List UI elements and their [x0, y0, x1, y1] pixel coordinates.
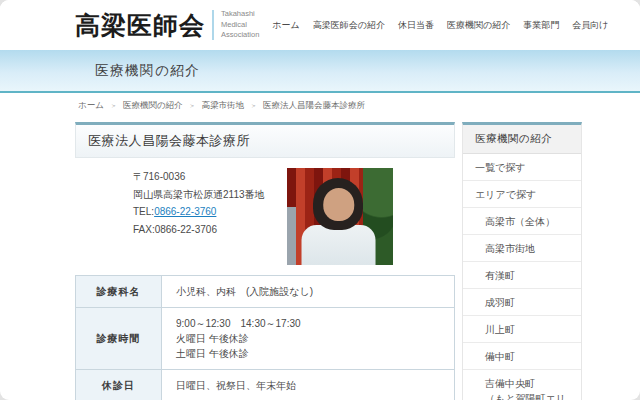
table-line: 9:00～12:30 14:30～17:30 — [176, 316, 440, 331]
row-value-departments: 小児科、内科 (入院施設なし) — [162, 276, 455, 308]
breadcrumb-separator: ＞ — [189, 101, 196, 111]
clinic-address: 〒716-0036 岡山県高梁市松原通2113番地 TEL:0866-22-37… — [133, 168, 287, 265]
row-value-closed-days: 日曜日、祝祭日、年末年始 — [162, 370, 455, 400]
sidebar-item-ukan[interactable]: 有漢町 — [463, 262, 581, 289]
table-line: 小児科、内科 (入院施設なし) — [176, 284, 440, 299]
breadcrumb-separator: ＞ — [110, 101, 117, 111]
street-address: 岡山県高梁市松原通2113番地 — [133, 186, 287, 204]
breadcrumb-separator: ＞ — [250, 101, 257, 111]
table-row: 診療科名 小児科、内科 (入院施設なし) — [76, 276, 455, 308]
logo-subtitle-line: Association — [221, 30, 259, 41]
tel-label: TEL: — [133, 206, 154, 217]
sidebar-item-kawakami[interactable]: 川上町 — [463, 316, 581, 343]
row-header-closed-days: 休診日 — [76, 370, 162, 400]
sidebar-item-kibichuo[interactable]: 吉備中央町 （もと賀陽町エリア） — [463, 370, 581, 400]
clinic-info: 〒716-0036 岡山県高梁市松原通2113番地 TEL:0866-22-37… — [75, 158, 455, 275]
table-line: 土曜日 午後休診 — [176, 346, 440, 361]
clinic-photo — [287, 168, 393, 265]
nav-item-holiday-duty[interactable]: 休日当番 — [398, 19, 434, 32]
table-line: 火曜日 午後休診 — [176, 331, 440, 346]
banner-title: 医療機関の紹介 — [95, 62, 200, 80]
clinic-title: 医療法人昌陽会藤本診療所 — [75, 122, 455, 158]
row-value-hours: 9:00～12:30 14:30～17:30 火曜日 午後休診 土曜日 午後休診 — [162, 308, 455, 370]
nav-item-about[interactable]: 高梁医師会の紹介 — [313, 19, 385, 32]
table-line: 日曜日、祝祭日、年末年始 — [176, 378, 440, 393]
logo-subtitle: Takahashi Medical Association — [221, 9, 259, 41]
logo-divider — [212, 10, 214, 40]
site-logo[interactable]: 高梁医師会 Takahashi Medical Association — [75, 9, 259, 42]
page-banner: 医療機関の紹介 — [0, 50, 640, 93]
sidebar-title: 医療機関の紹介 — [463, 125, 581, 154]
site-header: 高梁医師会 Takahashi Medical Association ホーム … — [0, 0, 640, 50]
photo-wall — [287, 207, 296, 265]
clinic-details-table: 診療科名 小児科、内科 (入院施設なし) 診療時間 9:00～12:30 14:… — [75, 275, 455, 400]
breadcrumb-takahashi-city-area[interactable]: 高梁市街地 — [202, 100, 245, 112]
sidebar-item-search-by-area[interactable]: エリアで探す — [463, 181, 581, 208]
breadcrumb: ホーム ＞ 医療機関の紹介 ＞ 高梁市街地 ＞ 医療法人昌陽会藤本診療所 — [0, 93, 640, 118]
row-header-departments: 診療科名 — [76, 276, 162, 308]
table-row: 休診日 日曜日、祝祭日、年末年始 — [76, 370, 455, 400]
tel-line: TEL:0866-22-3760 — [133, 203, 287, 221]
photo-person-face — [323, 188, 354, 221]
postal-code: 〒716-0036 — [133, 168, 287, 186]
photo-person-body — [302, 225, 376, 265]
nav-item-medical-institutions[interactable]: 医療機関の紹介 — [447, 19, 510, 32]
tel-link[interactable]: 0866-22-3760 — [154, 206, 216, 217]
breadcrumb-home[interactable]: ホーム — [78, 100, 104, 112]
logo-subtitle-line: Medical — [221, 20, 259, 31]
nav-item-members[interactable]: 会員向け — [572, 19, 608, 32]
main-nav: ホーム 高梁医師会の紹介 休日当番 医療機関の紹介 事業部門 会員向け — [259, 19, 608, 32]
sidebar: 医療機関の紹介 一覧で探す エリアで探す 高梁市（全体） 高梁市街地 有漢町 成… — [462, 122, 582, 400]
fax-line: FAX:0866-22-3706 — [133, 221, 287, 239]
sidebar-item-takahashi-city-area[interactable]: 高梁市街地 — [463, 235, 581, 262]
sidebar-item-takahashi-all[interactable]: 高梁市（全体） — [463, 208, 581, 235]
breadcrumb-medical-institutions[interactable]: 医療機関の紹介 — [123, 100, 183, 112]
logo-subtitle-line: Takahashi — [221, 9, 259, 20]
nav-item-home[interactable]: ホーム — [272, 19, 299, 32]
sidebar-item-bitchu[interactable]: 備中町 — [463, 343, 581, 370]
table-row: 診療時間 9:00～12:30 14:30～17:30 火曜日 午後休診 土曜日… — [76, 308, 455, 370]
content-area: 医療法人昌陽会藤本診療所 〒716-0036 岡山県高梁市松原通2113番地 T… — [0, 118, 640, 400]
nav-item-departments[interactable]: 事業部門 — [523, 19, 559, 32]
breadcrumb-current-page: 医療法人昌陽会藤本診療所 — [263, 100, 365, 112]
sidebar-item-nariwa[interactable]: 成羽町 — [463, 289, 581, 316]
logo-title: 高梁医師会 — [75, 9, 205, 42]
sidebar-item-label-line1: 吉備中央町 — [485, 378, 535, 389]
main-column: 医療法人昌陽会藤本診療所 〒716-0036 岡山県高梁市松原通2113番地 T… — [75, 122, 455, 400]
page: 高梁医師会 Takahashi Medical Association ホーム … — [0, 0, 640, 400]
row-header-hours: 診療時間 — [76, 308, 162, 370]
sidebar-item-label-line2: （もと賀陽町エリア） — [485, 393, 566, 400]
sidebar-item-search-by-list[interactable]: 一覧で探す — [463, 154, 581, 181]
